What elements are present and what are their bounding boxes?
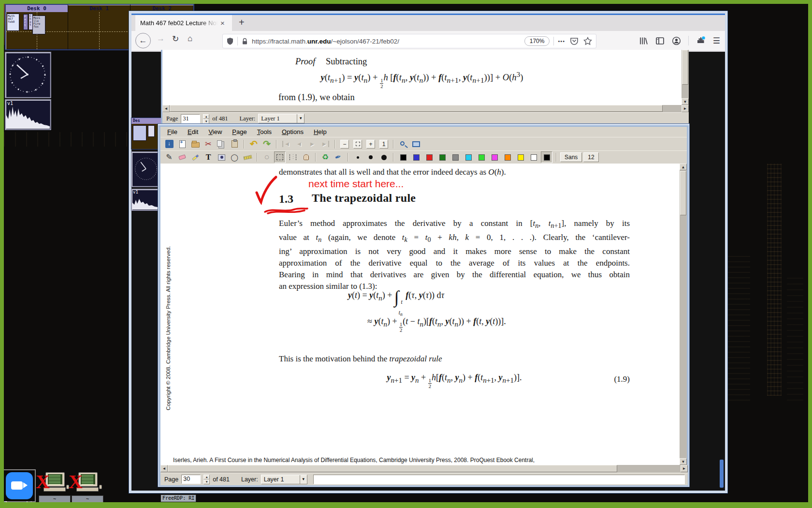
page-number-input[interactable]: 30 <box>181 475 201 484</box>
color-current-button[interactable] <box>541 151 552 163</box>
dropdown-arrow-icon[interactable]: ▼ <box>300 475 307 484</box>
pen-size-fine-button[interactable] <box>352 151 363 163</box>
extension-gift-icon[interactable] <box>696 36 706 45</box>
vertical-scrollbar[interactable]: ▲ ▼ <box>680 164 687 465</box>
copy-button[interactable] <box>216 138 227 150</box>
open-button[interactable] <box>189 138 201 150</box>
ruler-tool-button[interactable] <box>242 151 253 163</box>
font-name-button[interactable]: Sans <box>560 152 582 162</box>
zoom-app-icon[interactable] <box>4 469 36 502</box>
default-tool-button[interactable]: ♻ <box>319 151 331 163</box>
vertical-select-button[interactable] <box>287 151 299 163</box>
menu-options[interactable]: Options <box>282 128 304 135</box>
menu-edit[interactable]: Edit <box>188 128 198 135</box>
next-page-button[interactable]: ► <box>306 138 318 150</box>
scroll-right-arrow[interactable]: ► <box>681 465 688 472</box>
zoom-fit-button[interactable] <box>352 138 363 150</box>
zoom-100-button[interactable]: 1 <box>378 138 390 150</box>
shape-recognizer-button[interactable]: ◯ <box>229 151 240 163</box>
color-blue-button[interactable] <box>410 151 422 163</box>
paste-button[interactable] <box>229 138 240 150</box>
scroll-left-arrow[interactable]: ◄ <box>162 105 170 112</box>
scroll-up-arrow[interactable]: ▲ <box>680 164 687 170</box>
last-page-button[interactable]: ► <box>319 138 331 150</box>
lasso-select-button[interactable]: ◌ <box>261 151 273 163</box>
horizontal-scrollbar-thumb[interactable] <box>168 465 617 472</box>
pager-desk-0[interactable]: Desk 0 Math 467 feb0 P a r t C h a t Moz… <box>6 5 68 49</box>
library-icon[interactable] <box>639 36 648 45</box>
cut-button[interactable]: ✂ <box>203 138 214 150</box>
bookmark-star-icon[interactable] <box>583 37 592 45</box>
pen-options-button[interactable]: ✒ <box>333 151 344 163</box>
color-orange-button[interactable] <box>502 151 513 163</box>
scroll-down-arrow[interactable]: ▼ <box>680 458 687 465</box>
color-white-button[interactable] <box>528 151 539 163</box>
scroll-right-arrow[interactable]: ► <box>682 105 689 112</box>
color-lightgreen-button[interactable] <box>476 151 487 163</box>
pager-miniwindow-math[interactable]: Math 467 feb0 <box>7 14 19 31</box>
menu-tools[interactable]: Tools <box>257 128 272 135</box>
forward-button[interactable]: → <box>157 34 165 44</box>
font-size-button[interactable]: 12 <box>583 152 598 162</box>
account-icon[interactable] <box>672 36 681 45</box>
terminal-2-label[interactable]: ~ <box>72 495 103 502</box>
dropdown-arrow-icon[interactable]: ▼ <box>297 114 304 123</box>
color-black-button[interactable] <box>397 151 409 163</box>
color-yellow-button[interactable] <box>515 151 526 163</box>
xournal-canvas[interactable]: demonstrates that all is well and that t… <box>160 164 681 465</box>
zoom-in-button[interactable]: + <box>365 138 377 150</box>
back-vertical-scrollbar[interactable]: ▼ <box>682 50 689 105</box>
pocket-icon[interactable] <box>570 37 579 45</box>
layer-dropdown[interactable]: Layer 1▼ <box>261 475 307 484</box>
tab-close-icon[interactable]: × <box>220 19 225 27</box>
back-scrollbar-thumb[interactable] <box>682 50 688 85</box>
save-button[interactable]: ↓ <box>163 138 175 150</box>
browser-tab[interactable]: Math 467 feb02 Lecture Not × <box>135 15 232 31</box>
pager-desk-1[interactable]: Desk 1 <box>68 5 130 49</box>
redo-button[interactable]: ↷ <box>261 138 273 150</box>
firefox-scrollbar-thumb[interactable] <box>720 460 724 488</box>
home-button[interactable]: ⌂ <box>188 34 192 44</box>
page-actions-icon[interactable]: ••• <box>558 38 565 44</box>
pen-size-thick-button[interactable] <box>378 151 390 163</box>
color-magenta-button[interactable] <box>489 151 500 163</box>
highlighter-tool-button[interactable] <box>189 151 201 163</box>
menu-page[interactable]: Page <box>232 128 246 135</box>
pager-desk-0-header[interactable]: Desk 0 <box>6 5 68 12</box>
color-gray-button[interactable] <box>450 151 461 163</box>
horizontal-scrollbar[interactable]: ◄ ► <box>160 465 688 473</box>
back-hscrollbar-thumb[interactable] <box>170 105 663 112</box>
zoom-level-badge[interactable]: 170% <box>524 36 550 46</box>
terminal-1-label[interactable]: ~ <box>39 495 71 502</box>
fullscreen-button[interactable] <box>410 138 422 150</box>
menu-file[interactable]: File <box>167 128 177 135</box>
scroll-left-arrow[interactable]: ◄ <box>160 465 168 472</box>
eraser-tool-button[interactable] <box>176 151 188 163</box>
color-red-button[interactable] <box>423 151 435 163</box>
back-horizontal-scrollbar[interactable]: ◄ ► <box>162 105 689 112</box>
scroll-down-arrow[interactable]: ▼ <box>682 98 689 105</box>
sidebar-icon[interactable] <box>655 36 665 45</box>
text-tool-button[interactable]: T <box>203 151 214 163</box>
reload-button[interactable]: ↻ <box>172 34 179 44</box>
undo-button[interactable]: ↶ <box>248 138 260 150</box>
first-page-button[interactable]: ◄ <box>280 138 292 150</box>
pager-miniwindow-part[interactable]: P a r t <box>23 14 28 30</box>
rectangle-select-button[interactable] <box>274 151 286 163</box>
image-tool-button[interactable] <box>216 151 227 163</box>
page-spinner[interactable]: ▲▼ <box>203 475 210 484</box>
hamburger-menu-icon[interactable]: ☰ <box>713 37 720 45</box>
new-document-button[interactable] <box>176 138 188 150</box>
color-green-button[interactable] <box>436 151 448 163</box>
back-button[interactable]: ← <box>135 33 151 48</box>
color-cyan-button[interactable] <box>463 151 474 163</box>
find-button[interactable] <box>397 138 409 150</box>
freerdp-icon-label[interactable]: FreeRDP: RI <box>160 494 196 502</box>
vertical-scrollbar-thumb[interactable] <box>680 171 686 215</box>
menu-view[interactable]: View <box>208 128 222 135</box>
tracking-shield-icon[interactable] <box>227 37 233 45</box>
page-number-input[interactable]: 31 <box>181 114 200 123</box>
zoom-out-button[interactable]: − <box>339 138 350 150</box>
pen-size-medium-button[interactable] <box>365 151 377 163</box>
new-tab-button[interactable]: + <box>239 17 245 28</box>
